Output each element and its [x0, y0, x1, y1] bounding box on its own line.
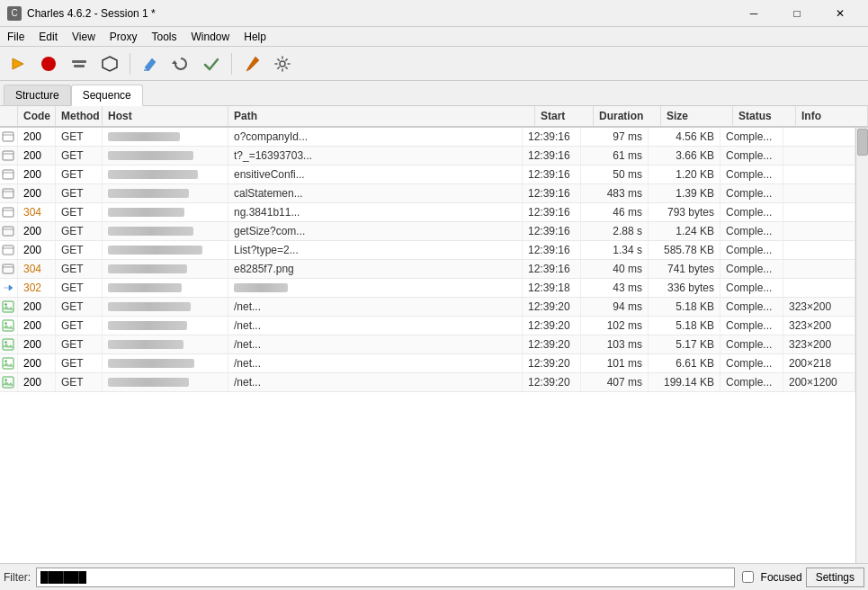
row-path: o?companyId... — [228, 128, 523, 146]
table-row[interactable]: 200 GET List?type=2... 12:39:16 1.34 s 5… — [0, 241, 855, 260]
table-row[interactable]: 200 GET /net... 12:39:20 103 ms 5.17 KB … — [0, 335, 855, 354]
table-row[interactable]: 200 GET getSize?com... 12:39:16 2.88 s 1… — [0, 222, 855, 241]
col-header-host[interactable]: Host — [103, 106, 228, 126]
menu-tools[interactable]: Tools — [145, 27, 184, 46]
minimize-button[interactable]: ─ — [733, 0, 774, 27]
svg-rect-20 — [3, 246, 13, 255]
table-row[interactable]: 200 GET /net... 12:39:20 101 ms 6.61 KB … — [0, 354, 855, 373]
row-size: 793 bytes — [649, 203, 720, 221]
maximize-button[interactable]: □ — [776, 0, 818, 27]
menu-help[interactable]: Help — [237, 27, 273, 46]
breakpoints-button[interactable] — [95, 49, 124, 78]
vertical-scrollbar[interactable] — [855, 128, 868, 563]
row-code: 200 — [18, 373, 56, 391]
row-host — [103, 165, 228, 183]
row-path: t?_=16393703... — [228, 147, 523, 165]
row-duration: 46 ms — [581, 203, 649, 221]
row-method: GET — [56, 373, 103, 391]
table-container: Code Method Host Path Start Duration Siz… — [0, 106, 868, 563]
row-status: Comple... — [720, 317, 783, 335]
col-header-code[interactable]: Code — [18, 106, 56, 126]
tools-button[interactable] — [237, 49, 266, 78]
table-row[interactable]: 304 GET ng.3841b11... 12:39:16 46 ms 793… — [0, 203, 855, 222]
row-start: 12:39:20 — [523, 317, 581, 335]
row-start: 12:39:20 — [523, 298, 581, 316]
menu-file[interactable]: File — [0, 27, 31, 46]
row-size: 585.78 KB — [649, 241, 720, 259]
table-body[interactable]: 200 GET o?companyId... 12:39:16 97 ms 4.… — [0, 128, 855, 563]
row-duration: 101 ms — [581, 354, 649, 372]
svg-point-1 — [41, 57, 56, 71]
row-code: 200 — [18, 298, 56, 316]
row-host — [103, 354, 228, 372]
row-status: Comple... — [720, 165, 783, 183]
col-header-status[interactable]: Status — [733, 106, 796, 126]
settings-button[interactable]: Settings — [806, 568, 864, 587]
col-header-start[interactable]: Start — [535, 106, 594, 126]
col-header-duration[interactable]: Duration — [594, 106, 661, 126]
row-icon-http — [0, 184, 18, 202]
row-code: 200 — [18, 222, 56, 240]
row-method: GET — [56, 165, 103, 183]
col-header-size[interactable]: Size — [661, 106, 733, 126]
table-row[interactable]: 304 GET e8285f7.png 12:39:16 40 ms 741 b… — [0, 260, 855, 279]
title-bar: C Charles 4.6.2 - Session 1 * ─ □ ✕ — [0, 0, 868, 27]
row-code: 200 — [18, 147, 56, 165]
svg-rect-16 — [3, 208, 13, 217]
validate-button[interactable] — [197, 49, 226, 78]
row-start: 12:39:20 — [523, 335, 581, 353]
throttle-button[interactable] — [65, 49, 94, 78]
row-host — [103, 128, 228, 146]
row-size: 336 bytes — [649, 279, 720, 297]
table-row[interactable]: 200 GET /net... 12:39:20 102 ms 5.18 KB … — [0, 317, 855, 335]
menu-view[interactable]: View — [65, 27, 103, 46]
row-host — [103, 222, 228, 240]
menu-window[interactable]: Window — [184, 27, 237, 46]
table-row[interactable]: 200 GET t?_=16393703... 12:39:16 61 ms 3… — [0, 147, 855, 165]
row-start: 12:39:16 — [523, 222, 581, 240]
menu-proxy[interactable]: Proxy — [103, 27, 145, 46]
row-status: Comple... — [720, 147, 783, 165]
col-header-path[interactable]: Path — [228, 106, 535, 126]
row-code: 200 — [18, 354, 56, 372]
col-header-method[interactable]: Method — [56, 106, 103, 126]
svg-rect-2 — [72, 60, 86, 63]
stop-recording-button[interactable] — [34, 49, 63, 78]
row-code: 200 — [18, 317, 56, 335]
menu-edit[interactable]: Edit — [31, 27, 65, 46]
svg-point-31 — [4, 360, 6, 362]
focused-checkbox[interactable] — [742, 571, 754, 583]
col-header-icon[interactable] — [0, 106, 18, 126]
row-icon-http — [0, 203, 18, 221]
row-path: List?type=2... — [228, 241, 523, 259]
compose-button[interactable] — [166, 49, 195, 78]
table-row[interactable]: 200 GET /net... 12:39:20 407 ms 199.14 K… — [0, 373, 855, 392]
table-row[interactable]: 200 GET /net... 12:39:20 94 ms 5.18 KB C… — [0, 298, 855, 317]
tab-structure[interactable]: Structure — [4, 85, 71, 105]
row-code: 200 — [18, 335, 56, 353]
filter-bar: Filter: Focused Settings — [0, 563, 868, 590]
row-host — [103, 373, 228, 391]
row-size: 5.18 KB — [649, 298, 720, 316]
filter-input[interactable] — [36, 568, 735, 587]
col-header-info[interactable]: Info — [796, 106, 868, 126]
row-size: 1.24 KB — [649, 222, 720, 240]
row-status: Comple... — [720, 222, 783, 240]
settings-icon[interactable] — [268, 49, 297, 78]
pencil-icon[interactable] — [4, 49, 32, 78]
scrollbar-thumb[interactable] — [857, 129, 868, 156]
row-status: Comple... — [720, 203, 783, 221]
row-start: 12:39:20 — [523, 373, 581, 391]
rewrite-button[interactable] — [136, 49, 165, 78]
close-button[interactable]: ✕ — [819, 0, 861, 27]
row-start: 12:39:16 — [523, 184, 581, 202]
table-row[interactable]: 302 GET 12:39:18 43 ms 336 bytes Comple.… — [0, 279, 855, 298]
row-host — [103, 184, 228, 202]
table-row[interactable]: 200 GET ensitiveConfi... 12:39:16 50 ms … — [0, 165, 855, 184]
table-row[interactable]: 200 GET calStatemen... 12:39:16 483 ms 1… — [0, 184, 855, 203]
row-code: 304 — [18, 203, 56, 221]
row-info: 200×1200 — [783, 373, 855, 391]
row-icon-img — [0, 354, 18, 372]
tab-sequence[interactable]: Sequence — [71, 85, 143, 106]
table-row[interactable]: 200 GET o?companyId... 12:39:16 97 ms 4.… — [0, 128, 855, 147]
